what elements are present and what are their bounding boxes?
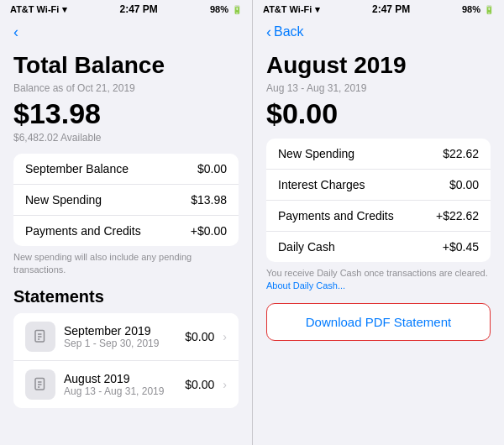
september-balance-label: September Balance (25, 162, 129, 175)
back-button-left[interactable]: ‹ (13, 24, 18, 41)
payments-credits-label: Payments and Credits (25, 224, 141, 238)
battery-icon-left: 🔋 (232, 5, 242, 14)
statement-name-1: August 2019 (64, 372, 185, 385)
battery-right: 98% (462, 4, 480, 14)
statement-name-0: September 2019 (64, 324, 185, 338)
right-payments-credits-row: Payments and Credits +$22.62 (266, 201, 491, 232)
right-payments-credits-label: Payments and Credits (278, 209, 394, 222)
right-new-spending-label: New Spending (278, 147, 354, 160)
time-right: 2:47 PM (372, 3, 410, 15)
interest-charges-value: $0.00 (449, 178, 479, 191)
statement-chevron-0: › (223, 330, 227, 343)
daily-cash-value: +$0.45 (443, 240, 479, 254)
statement-icon-1 (25, 369, 55, 400)
statement-right-1: $0.00 › (185, 378, 227, 391)
status-left-right: AT&T Wi-Fi ▾ (263, 4, 320, 15)
september-balance-value: $0.00 (197, 162, 227, 175)
page-title-right: August 2019 (266, 52, 491, 79)
statement-date-1: Aug 13 - Aug 31, 2019 (64, 385, 185, 397)
download-pdf-card: Download PDF Statement (266, 303, 491, 341)
right-content: August 2019 Aug 13 - Aug 31, 2019 $0.00 … (253, 49, 504, 445)
nav-bar-left: ‹ (0, 18, 252, 49)
daily-cash-row: Daily Cash +$0.45 (266, 232, 491, 262)
september-balance-row: September Balance $0.00 (13, 154, 239, 185)
balance-details-card: September Balance $0.00 New Spending $13… (13, 154, 239, 246)
back-label-right: Back (274, 24, 304, 39)
new-spending-label: New Spending (25, 193, 102, 207)
right-new-spending-row: New Spending $22.62 (266, 139, 491, 170)
right-payments-credits-value: +$22.62 (436, 209, 479, 222)
daily-cash-note: You receive Daily Cash once transactions… (266, 267, 491, 293)
statement-info-1: August 2019 Aug 13 - Aug 31, 2019 (64, 372, 185, 397)
interest-charges-label: Interest Charges (278, 178, 365, 191)
statement-chevron-1: › (223, 378, 227, 391)
back-button-right[interactable]: ‹ Back (266, 24, 304, 41)
balance-amount: $13.98 (13, 97, 239, 130)
document-icon-0 (33, 329, 48, 344)
nav-bar-right: ‹ Back (253, 18, 504, 49)
status-bar-left: AT&T Wi-Fi ▾ 2:47 PM 98% 🔋 (0, 0, 252, 18)
right-new-spending-value: $22.62 (443, 147, 479, 160)
statement-right-0: $0.00 › (185, 330, 227, 343)
balance-available: $6,482.02 Available (13, 132, 239, 144)
statement-row-1[interactable]: August 2019 Aug 13 - Aug 31, 2019 $0.00 … (13, 361, 239, 408)
back-chevron-right: ‹ (266, 24, 271, 41)
statement-amount-0: $0.00 (185, 330, 214, 343)
status-right-right: 98% 🔋 (462, 4, 494, 14)
download-pdf-button[interactable]: Download PDF Statement (267, 304, 490, 340)
statement-info-0: September 2019 Sep 1 - Sep 30, 2019 (64, 324, 185, 349)
balance-date: Balance as of Oct 21, 2019 (13, 82, 239, 94)
spending-details-card: New Spending $22.62 Interest Charges $0.… (266, 139, 491, 262)
statement-date-0: Sep 1 - Sep 30, 2019 (64, 338, 185, 349)
disclaimer-text: New spending will also include any pendi… (13, 251, 239, 277)
payments-credits-value: +$0.00 (191, 224, 227, 238)
daily-cash-label: Daily Cash (278, 240, 335, 254)
new-spending-row: New Spending $13.98 (13, 185, 239, 216)
payments-credits-row: Payments and Credits +$0.00 (13, 216, 239, 246)
status-bar-right: AT&T Wi-Fi ▾ 2:47 PM 98% 🔋 (253, 0, 504, 18)
new-spending-value: $13.98 (191, 193, 227, 207)
interest-charges-row: Interest Charges $0.00 (266, 170, 491, 201)
page-title-left: Total Balance (13, 52, 239, 79)
statement-row-0[interactable]: September 2019 Sep 1 - Sep 30, 2019 $0.0… (13, 313, 239, 361)
document-icon-1 (33, 377, 48, 392)
left-content: Total Balance Balance as of Oct 21, 2019… (0, 49, 252, 445)
right-balance-amount: $0.00 (266, 97, 491, 130)
left-panel: AT&T Wi-Fi ▾ 2:47 PM 98% 🔋 ‹ Total Balan… (0, 0, 252, 445)
status-right-left: 98% 🔋 (210, 4, 242, 14)
status-left: AT&T Wi-Fi ▾ (10, 4, 67, 15)
carrier-left: AT&T Wi-Fi (10, 4, 59, 14)
statements-header: Statements (13, 287, 239, 306)
wifi-icon: ▾ (62, 4, 67, 15)
statement-icon-0 (25, 322, 55, 352)
statements-card: September 2019 Sep 1 - Sep 30, 2019 $0.0… (13, 313, 239, 408)
battery-left: 98% (210, 4, 228, 14)
download-pdf-label: Download PDF Statement (306, 315, 451, 329)
about-daily-cash-link[interactable]: About Daily Cash... (266, 280, 345, 291)
back-chevron-left: ‹ (13, 24, 18, 41)
battery-icon-right: 🔋 (484, 5, 494, 14)
time-left: 2:47 PM (119, 3, 157, 15)
carrier-right: AT&T Wi-Fi (263, 4, 312, 14)
wifi-icon-right: ▾ (315, 4, 320, 15)
statement-amount-1: $0.00 (185, 378, 214, 391)
period-date: Aug 13 - Aug 31, 2019 (266, 82, 491, 94)
right-panel: AT&T Wi-Fi ▾ 2:47 PM 98% 🔋 ‹ Back August… (252, 0, 504, 445)
